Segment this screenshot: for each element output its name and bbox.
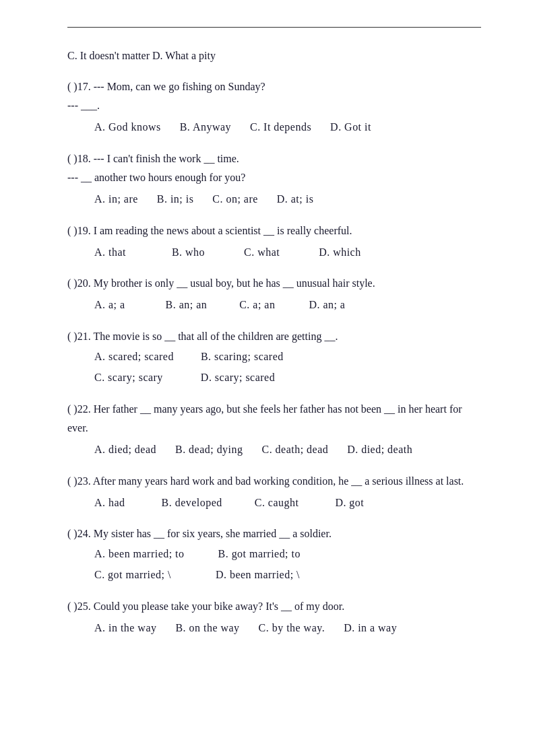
- q25-opt-c: C. by the way.: [259, 619, 325, 638]
- q18-options: A. in; are B. in; is C. on; are D. at; i…: [67, 190, 481, 209]
- q19-opt-b: B. who: [172, 243, 205, 263]
- q23-body: ( )23. After many years hard work and ba…: [67, 472, 481, 491]
- q17-options: A. God knows B. Anyway C. It depends D. …: [67, 118, 481, 137]
- q24-options-row1: A. been married; to B. got married; to: [67, 545, 481, 564]
- q25-number: ( )25.: [67, 600, 91, 612]
- q20-body: ( )20. My brother is only __ usual boy, …: [67, 274, 481, 293]
- q23-opt-d: D. got: [335, 493, 364, 513]
- q23-opt-a: A. had: [94, 493, 125, 513]
- q19-opt-c: C. what: [244, 243, 280, 263]
- q23-opt-c: C. caught: [255, 493, 299, 513]
- top-divider: [67, 27, 481, 28]
- q19-number: ( )19.: [67, 225, 91, 236]
- q20-options: A. a; a B. an; an C. a; an D. an; a: [67, 296, 481, 315]
- q21-options-row2: C. scary; scary D. scary; scared: [67, 368, 481, 388]
- question-24: ( )24. My sister has __ for six years, s…: [67, 524, 481, 585]
- q18-opt-a: A. in; are: [94, 190, 138, 209]
- q18-opt-b: B. in; is: [157, 190, 194, 209]
- q24-body: ( )24. My sister has __ for six years, s…: [67, 524, 481, 543]
- q17-text: --- Mom, can we go fishing on Sunday?: [94, 81, 265, 92]
- q17-opt-c: C. It depends: [250, 118, 311, 137]
- q24-number: ( )24.: [67, 528, 91, 539]
- q24-options-row2: C. got married; \ D. been married; \: [67, 565, 481, 585]
- q18-number: ( )18.: [67, 153, 91, 164]
- q25-opt-a: A. in the way: [94, 619, 156, 638]
- q21-opt-d: D. scary; scared: [201, 368, 275, 388]
- q23-opt-b: B. developed: [162, 493, 222, 513]
- q17-continuation: --- ___.: [67, 96, 481, 115]
- q24-text: My sister has __ for six years, she marr…: [94, 528, 332, 539]
- q17-opt-b: B. Anyway: [180, 118, 231, 137]
- q18-opt-d: D. at; is: [277, 190, 314, 209]
- q19-opt-a: A. that: [94, 243, 126, 263]
- q21-opt-a: A. scared; scared: [94, 347, 174, 367]
- q22-text: Her father __ many years ago, but she fe…: [67, 403, 462, 434]
- q25-body: ( )25. Could you please take your bike a…: [67, 597, 481, 616]
- question-18: ( )18. --- I can't finish the work __ ti…: [67, 149, 481, 209]
- q21-text: The movie is so __ that all of the child…: [93, 331, 338, 342]
- q21-options-row1: A. scared; scared B. scaring; scared: [67, 347, 481, 367]
- q19-options: A. that B. who C. what D. which: [67, 243, 481, 263]
- question-21: ( )21. The movie is so __ that all of th…: [67, 327, 481, 388]
- question-25: ( )25. Could you please take your bike a…: [67, 597, 481, 638]
- q24-opt-d: D. been married; \: [216, 565, 300, 585]
- cd-options-line: C. It doesn't matter D. What a pity: [67, 46, 481, 65]
- q18-body: ( )18. --- I can't finish the work __ ti…: [67, 149, 481, 168]
- question-19: ( )19. I am reading the news about a sci…: [67, 221, 481, 263]
- q22-number: ( )22.: [67, 403, 91, 415]
- q17-bracket: ( )17.: [67, 81, 91, 92]
- q22-opt-a: A. died; dead: [94, 440, 156, 460]
- q17-opt-a: A. God knows: [94, 118, 161, 137]
- q21-number: ( )21.: [67, 331, 91, 342]
- q24-opt-a: A. been married; to: [94, 545, 185, 564]
- q23-options: A. had B. developed C. caught D. got: [67, 493, 481, 513]
- q20-text: My brother is only __ usual boy, but he …: [94, 277, 375, 289]
- q20-opt-c: C. a; an: [239, 296, 275, 315]
- q23-number: ( )23.: [67, 475, 91, 487]
- q22-opt-b: B. dead; dying: [175, 440, 243, 460]
- q25-options: A. in the way B. on the way C. by the wa…: [67, 619, 481, 638]
- q21-body: ( )21. The movie is so __ that all of th…: [67, 327, 481, 346]
- q24-opt-b: B. got married; to: [218, 545, 301, 564]
- q19-opt-d: D. which: [319, 243, 361, 263]
- question-17: ( )17. --- Mom, can we go fishing on Sun…: [67, 77, 481, 137]
- q20-number: ( )20.: [67, 277, 91, 289]
- q22-options: A. died; dead B. dead; dying C. death; d…: [67, 440, 481, 460]
- question-20: ( )20. My brother is only __ usual boy, …: [67, 274, 481, 315]
- q17-body: ( )17. --- Mom, can we go fishing on Sun…: [67, 77, 481, 96]
- q18-text: --- I can't finish the work __ time.: [94, 153, 239, 164]
- question-23: ( )23. After many years hard work and ba…: [67, 472, 481, 513]
- q22-body: ( )22. Her father __ many years ago, but…: [67, 400, 481, 438]
- q25-text: Could you please take your bike away? It…: [94, 600, 345, 612]
- q24-opt-c: C. got married; \: [94, 565, 171, 585]
- q19-text: I am reading the news about a scientist …: [94, 225, 352, 236]
- q22-opt-d: D. died; death: [347, 440, 412, 460]
- cd-text: C. It doesn't matter D. What a pity: [67, 46, 481, 65]
- q20-opt-a: A. a; a: [94, 296, 125, 315]
- q18-opt-c: C. on; are: [212, 190, 257, 209]
- q23-text: After many years hard work and bad worki…: [93, 475, 464, 487]
- q22-opt-c: C. death; dead: [262, 440, 329, 460]
- q21-opt-c: C. scary; scary: [94, 368, 163, 388]
- q20-opt-d: D. an; a: [309, 296, 345, 315]
- q17-opt-d: D. Got it: [330, 118, 371, 137]
- q18-continuation: --- __ another two hours enough for you?: [67, 168, 481, 187]
- q20-opt-b: B. an; an: [166, 296, 208, 315]
- q19-body: ( )19. I am reading the news about a sci…: [67, 221, 481, 240]
- question-22: ( )22. Her father __ many years ago, but…: [67, 400, 481, 460]
- q21-opt-b: B. scaring; scared: [201, 347, 284, 367]
- q25-opt-b: B. on the way: [175, 619, 239, 638]
- q25-opt-d: D. in a way: [344, 619, 397, 638]
